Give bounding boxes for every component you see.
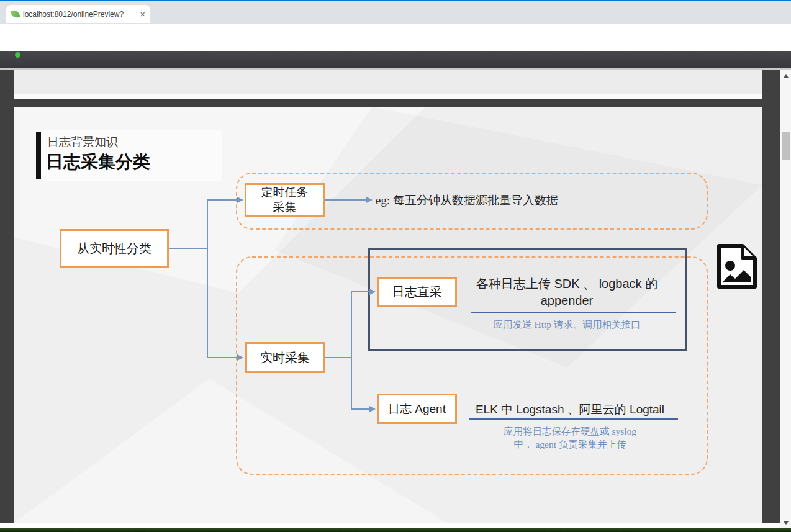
pdf-toolbar-border <box>0 68 791 70</box>
connector-line <box>207 199 208 358</box>
scroll-down-button[interactable] <box>780 518 791 528</box>
window-accent-border <box>0 0 791 1</box>
taskbar-edge <box>0 528 791 532</box>
connector-line <box>207 199 237 201</box>
connector-line <box>325 199 366 201</box>
scroll-up-icon <box>784 74 789 78</box>
connector-line <box>351 291 370 292</box>
status-green-dot <box>15 52 20 58</box>
connector-line <box>169 248 208 249</box>
tab-close-icon[interactable]: × <box>140 9 145 19</box>
slide-title: 日志采集分类 <box>46 150 150 174</box>
scrollbar-thumb[interactable] <box>782 132 790 160</box>
connector-line <box>207 357 237 358</box>
slide-subtitle: 日志背景知识 <box>47 134 118 150</box>
direct-desc: 各种日志上传 SDK 、 logback 的 appender <box>458 276 676 309</box>
agent-note-line2: 中， agent 负责采集并上传 <box>458 438 682 451</box>
browser-tab[interactable]: localhost:8012/onlinePreview? × <box>6 5 150 23</box>
direct-note: 应用发送 Http 请求、调用相关接口 <box>458 318 676 331</box>
node-agent: 日志 Agent <box>377 394 457 424</box>
node-realtime: 实时采集 <box>245 342 325 373</box>
vertical-scrollbar[interactable] <box>780 70 791 528</box>
broken-image-placeholder <box>715 243 759 291</box>
connector-line <box>351 291 352 409</box>
node-direct: 日志直采 <box>377 277 457 307</box>
divider-line <box>471 312 676 313</box>
title-accent-bar <box>36 132 41 179</box>
direct-desc-line1: 各种日志上传 SDK 、 logback 的 <box>458 276 676 292</box>
node-scheduled-line1: 定时任务 <box>261 185 309 200</box>
connector-arrowhead <box>369 406 376 412</box>
node-scheduled-line2: 采集 <box>273 200 297 215</box>
node-scheduled: 定时任务 采集 <box>245 183 325 217</box>
scroll-down-icon <box>784 521 789 525</box>
connector-arrowhead <box>369 289 376 295</box>
direct-desc-line2: appender <box>458 292 676 309</box>
pdf-toolbar <box>0 51 791 68</box>
spring-leaf-favicon <box>11 9 20 19</box>
browser-toolbar <box>0 24 791 51</box>
connector-line <box>325 357 351 358</box>
connector-arrowhead <box>366 197 373 203</box>
connector-arrowhead <box>237 197 243 203</box>
scheduled-example-text: eg: 每五分钟从数据源批量导入数据 <box>376 192 558 209</box>
agent-note: 应用将日志保存在硬盘或 syslog 中， agent 负责采集并上传 <box>458 425 682 451</box>
pdf-page-4: 日志背景知识 日志采集分类 从实时性分类 定时任务 采集 eg: 每五分钟从数据… <box>14 107 762 523</box>
tab-title: localhost:8012/onlinePreview? <box>23 10 136 19</box>
agent-desc: ELK 中 Logstash 、阿里云的 Logtail <box>458 401 682 418</box>
node-root: 从实时性分类 <box>60 229 169 268</box>
divider-line <box>469 418 678 420</box>
agent-note-line1: 应用将日志保存在硬盘或 syslog <box>458 425 682 438</box>
connector-arrowhead <box>237 354 243 361</box>
connector-line <box>351 408 370 410</box>
image-placeholder-icon <box>715 243 759 291</box>
scroll-up-button[interactable] <box>780 71 791 81</box>
pdf-page-3-bottom <box>14 70 762 99</box>
